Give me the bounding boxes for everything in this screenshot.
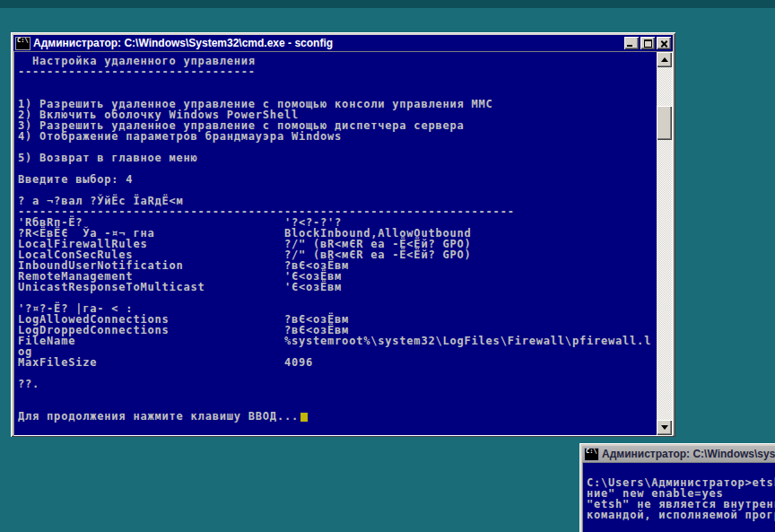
maximize-button[interactable]: [640, 37, 655, 49]
close-icon: [660, 39, 668, 48]
main-window-client: Настройка удаленного управления --------…: [13, 51, 673, 436]
secondary-title-bar[interactable]: Администратор: C:\Windows\syst: [582, 446, 775, 462]
console-prompt-line: Для продолжения нажмите клавишу ВВОД...: [18, 411, 657, 422]
scroll-up-button[interactable]: [657, 52, 672, 67]
arrow-down-icon: [661, 425, 668, 430]
cmd-icon: [15, 37, 30, 50]
secondary-console-viewport[interactable]: C:\Users\Администратор>etsh ние" new ena…: [583, 463, 775, 532]
pause-message: Для продолжения нажмите клавишу ВВОД...: [18, 411, 299, 422]
secondary-window-client: C:\Users\Администратор>etsh ние" new ena…: [582, 462, 775, 532]
arrow-up-icon: [661, 57, 668, 62]
main-title-bar[interactable]: Администратор: C:\Windows\System32\cmd.e…: [13, 35, 673, 51]
maximize-icon: [644, 39, 652, 48]
minimize-button[interactable]: [624, 37, 639, 49]
main-window-title: Администратор: C:\Windows\System32\cmd.e…: [33, 37, 622, 49]
vertical-scrollbar[interactable]: [657, 52, 672, 435]
scrollbar-track[interactable]: [657, 67, 672, 420]
close-button[interactable]: [657, 37, 671, 49]
main-window: Администратор: C:\Windows\System32\cmd.e…: [11, 32, 675, 437]
secondary-window: Администратор: C:\Windows\syst C:\Users\…: [579, 443, 775, 532]
minimize-icon: [627, 45, 632, 47]
secondary-window-title: Администратор: C:\Windows\syst: [602, 448, 775, 460]
console-output: Настройка удаленного управления --------…: [18, 56, 657, 411]
window-controls: [624, 37, 671, 49]
scroll-down-button[interactable]: [657, 420, 672, 435]
cmd-icon: [584, 448, 599, 461]
secondary-console-output: C:\Users\Администратор>etsh ние" new ena…: [587, 467, 775, 520]
scrollbar-thumb[interactable]: [657, 106, 672, 140]
desktop: Администратор: C:\Windows\System32\cmd.e…: [0, 0, 775, 532]
console-cursor: [300, 413, 308, 422]
console-viewport[interactable]: Настройка удаленного управления --------…: [14, 52, 657, 435]
desktop-top-band: [0, 0, 775, 8]
